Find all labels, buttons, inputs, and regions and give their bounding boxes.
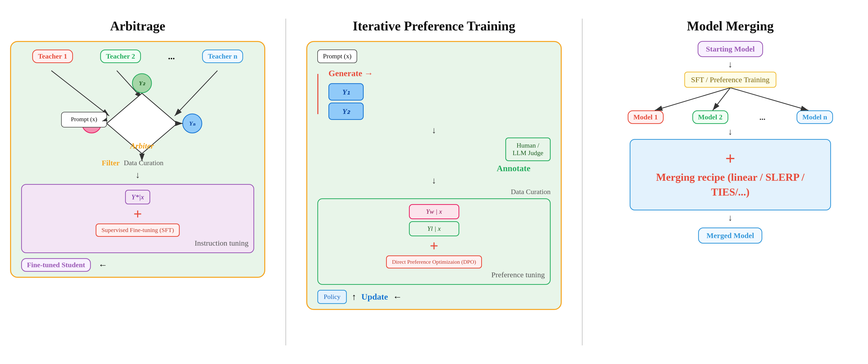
- red-line-area: [317, 74, 318, 114]
- policy-box: Policy: [317, 290, 346, 304]
- generate-label: Generate: [329, 69, 362, 78]
- arbitrage-section: Arbitrage Teacher 1 Teacher 2 ... Teache…: [10, 19, 265, 278]
- yw-box: Yw | x: [409, 204, 459, 219]
- pref-tuning-label: Preference tuning: [323, 270, 545, 279]
- svg-line-20: [730, 88, 808, 110]
- svg-text:Arbiter: Arbiter: [130, 141, 154, 150]
- merged-model-pill: Merged Model: [698, 228, 762, 243]
- iterative-outer-box: Prompt (x) Generate → Y₁ Y₂: [306, 41, 561, 310]
- student-row: Fine-tuned Student ←: [21, 258, 254, 272]
- iterative-section: Iterative Preference Training Prompt (x)…: [306, 19, 561, 310]
- generate-row: Generate → Y₁ Y₂: [317, 68, 550, 120]
- update-up-arrow: ↑: [352, 292, 356, 302]
- merging-flow: Starting Model SFT / Preference Training: [603, 41, 858, 243]
- teacher-2-pill: Teacher 2: [100, 49, 141, 63]
- dpo-box: Direct Preference Optimizaion (DPO): [386, 255, 482, 268]
- generate-arrow: →: [364, 68, 373, 79]
- iterative-plus: +: [430, 238, 438, 254]
- yx-box: Y*|x: [125, 190, 150, 204]
- y1-box: Y₁: [329, 83, 364, 101]
- iterative-prompt-box: Prompt (x): [317, 49, 357, 63]
- svg-line-19: [713, 88, 730, 110]
- iterative-prompt-row: Prompt (x): [317, 49, 550, 63]
- pref-tuning-content: Yw | x Yl | x + Direct Preference Optimi…: [323, 204, 545, 268]
- merging-recipe-box: + Merging recipe (linear / SLERP / TIES/…: [630, 139, 831, 210]
- teachers-row: Teacher 1 Teacher 2 ... Teacher n: [21, 49, 254, 63]
- judge-row: Human / LLM Judge: [317, 137, 550, 161]
- teacher-n-pill: Teacher n: [202, 49, 243, 63]
- arrow-to-sft: [728, 59, 733, 70]
- arrow-to-recipe: [728, 127, 733, 137]
- fan-arrows-area: [617, 88, 844, 113]
- instruction-tuning-content: Y*|x + Supervised Fine-tuning (SFT): [27, 190, 248, 237]
- judge-box: Human / LLM Judge: [505, 137, 551, 161]
- svg-text:Yₙ: Yₙ: [189, 120, 195, 127]
- fan-arrows-svg: [617, 88, 844, 113]
- instruction-label: Instruction tuning: [27, 239, 248, 247]
- svg-line-2: [175, 71, 217, 116]
- left-arrow: ←: [98, 260, 107, 270]
- data-curation-iter-label: Data Curation: [511, 188, 551, 196]
- diagram-container: Arbitrage Teacher 1 Teacher 2 ... Teache…: [0, 8, 868, 356]
- update-right-arrow: ←: [393, 292, 402, 302]
- divider-2: [582, 19, 583, 345]
- instruction-tuning-box: Y*|x + Supervised Fine-tuning (SFT) Inst…: [21, 184, 254, 253]
- generate-content: Generate → Y₁ Y₂: [329, 68, 373, 120]
- arbitrage-plus: +: [133, 206, 142, 222]
- data-curation-iter-row: Data Curation: [317, 188, 550, 196]
- arrow-to-purple: [21, 170, 254, 180]
- generate-label-row: Generate →: [329, 68, 373, 79]
- y2-box: Y₂: [329, 103, 364, 120]
- teacher-1-pill: Teacher 1: [32, 49, 73, 63]
- svg-text:Prompt (x): Prompt (x): [71, 116, 97, 123]
- student-pill: Fine-tuned Student: [21, 258, 91, 272]
- diamond-area: Y₁ Y₂ Yₙ Prompt (x): [21, 68, 254, 164]
- starting-model-pill: Starting Model: [698, 41, 763, 57]
- sft-pref-box: SFT / Preference Training: [684, 72, 776, 88]
- merging-recipe-text: Merging recipe (linear / SLERP / TIES/..…: [638, 170, 823, 200]
- arbitrage-diamond-svg: Y₁ Y₂ Yₙ Prompt (x): [21, 68, 263, 164]
- arrow-to-judge: [317, 125, 550, 135]
- merging-section: Model Merging Starting Model SFT / Prefe…: [603, 19, 858, 243]
- arrow-to-merged: [728, 212, 733, 223]
- y-stacked: Y₁ Y₂: [329, 83, 364, 120]
- policy-update-row: Policy ↑ Update ←: [317, 290, 550, 304]
- arbitrage-title: Arbitrage: [110, 19, 165, 33]
- merging-title: Model Merging: [687, 19, 774, 33]
- svg-text:Y₂: Y₂: [139, 80, 146, 87]
- arrow-to-pref: [317, 175, 550, 186]
- yl-box: Yl | x: [409, 221, 459, 236]
- merging-plus: +: [638, 150, 823, 167]
- update-label: Update: [362, 292, 388, 302]
- divider-1: [285, 19, 286, 345]
- sft-box: Supervised Fine-tuning (SFT): [96, 224, 180, 237]
- svg-line-18: [655, 88, 730, 110]
- annotate-label: Annotate: [497, 164, 530, 173]
- svg-line-0: [51, 71, 109, 116]
- red-vertical-line: [317, 74, 318, 114]
- teachers-dots: ...: [168, 51, 175, 62]
- annotate-row: Annotate: [317, 164, 550, 173]
- arbitrage-outer-box: Teacher 1 Teacher 2 ... Teacher n: [10, 41, 265, 278]
- preference-tuning-box: Yw | x Yl | x + Direct Preference Optimi…: [317, 198, 550, 285]
- iterative-title: Iterative Preference Training: [353, 19, 516, 33]
- model-dots: ...: [759, 112, 765, 122]
